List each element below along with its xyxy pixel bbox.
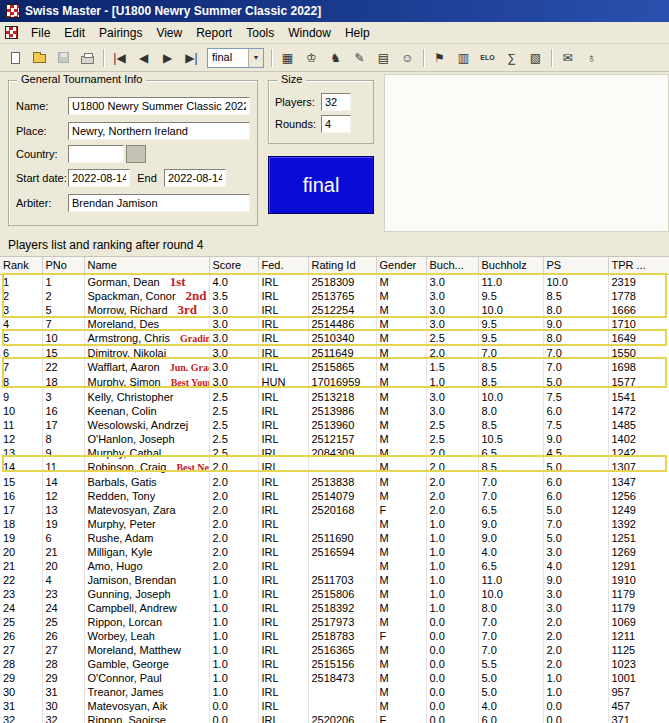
table-row[interactable]: 2929O'Connor, Paul1.0IRL2518473M0.05.01.… — [0, 671, 669, 685]
web-button[interactable]: ♁ — [580, 47, 603, 69]
column-header-score[interactable]: Score — [209, 257, 258, 274]
menu-item-view[interactable]: View — [149, 24, 189, 42]
table-row[interactable]: 1514Barbals, Gatis2.0IRL2513838M2.07.06.… — [0, 475, 669, 489]
table-row[interactable]: 128O'Hanlon, Joseph2.5IRL2512157M2.510.5… — [0, 432, 669, 446]
table-row[interactable]: 1819Murphy, Peter2.0IRLM1.09.07.01392 — [0, 517, 669, 531]
elo-button[interactable]: ELO — [476, 47, 499, 69]
column-header-rating_id[interactable]: Rating Id — [308, 257, 376, 274]
menu-item-help[interactable]: Help — [338, 24, 377, 42]
table-row[interactable]: 2727Moreland, Matthew1.0IRL2516365M0.07.… — [0, 643, 669, 657]
table-row[interactable]: 2323Gunning, Joseph1.0IRL2515806M1.010.0… — [0, 587, 669, 601]
players-list-button[interactable]: ▦ — [276, 47, 299, 69]
place-field[interactable] — [68, 122, 250, 140]
first-round-icon: |◀ — [113, 52, 125, 64]
cell-pno: 21 — [42, 545, 84, 559]
cell-buchholz: 6.5 — [478, 446, 543, 460]
print-button[interactable] — [76, 47, 99, 69]
table-row[interactable]: 2424Campbell, Andrew1.0IRL2518392M1.08.0… — [0, 601, 669, 615]
table-row[interactable]: 2525Rippon, Lorcan1.0IRL2517973M0.07.02.… — [0, 615, 669, 629]
column-header-name[interactable]: Name — [84, 257, 209, 274]
table-row[interactable]: 196Rushe, Adam2.0IRL2511690M1.09.05.0125… — [0, 531, 669, 545]
player-card-icon: ▥ — [458, 52, 469, 64]
cell-gender: F — [376, 503, 426, 517]
table-row[interactable]: 1016Keenan, Colin2.5IRL2513986M3.08.06.0… — [0, 404, 669, 418]
cell-fed: IRL — [258, 671, 308, 685]
table-row[interactable]: 93Kelly, Christopher2.5IRL2513218M3.010.… — [0, 390, 669, 404]
ranking-button[interactable]: ♔ — [300, 47, 323, 69]
table-row[interactable]: 510Armstrong, ChrisGrading3.0IRL2510340M… — [0, 331, 669, 346]
cell-gender: M — [376, 460, 426, 475]
table-row[interactable]: 615Dimitrov, Nikolai3.0IRL2511649M2.07.0… — [0, 346, 669, 360]
open-tournament-button[interactable] — [28, 47, 51, 69]
menu-item-file[interactable]: File — [24, 24, 57, 42]
pairings-button[interactable]: ♞ — [324, 47, 347, 69]
new-tournament-button[interactable] — [4, 47, 27, 69]
table-row[interactable]: 35Morrow, Richard3rd3.0IRL2512254M3.010.… — [0, 303, 669, 317]
player-name: Kelly, Christopher — [88, 391, 174, 403]
cell-fed: IRL — [258, 418, 308, 432]
arbiter-field[interactable] — [68, 194, 250, 212]
table-row[interactable]: 22Spackman, Conor2nd3.5IRL2513765M3.09.5… — [0, 289, 669, 303]
next-round-button[interactable]: ▶ — [156, 47, 179, 69]
last-round-button[interactable]: ▶| — [180, 47, 203, 69]
previous-round-button[interactable]: ◀ — [132, 47, 155, 69]
table-row[interactable]: 2626Worbey, Leah1.0IRL2518783F0.07.02.01… — [0, 629, 669, 643]
table-row[interactable]: 11Gorman, Dean1st4.0IRL2518309M3.011.010… — [0, 274, 669, 289]
mdi-child-icon[interactable] — [5, 26, 18, 39]
chevron-down-icon[interactable]: ▼ — [248, 49, 263, 67]
table-row[interactable]: 3130Matevosyan, Aik0.0IRLM0.04.00.0457 — [0, 699, 669, 713]
country-field[interactable] — [68, 145, 124, 163]
statistics-button[interactable]: ∑ — [500, 47, 523, 69]
cell-buch1: 2.5 — [426, 331, 478, 346]
results-entry-button[interactable]: ✎ — [348, 47, 371, 69]
name-field[interactable] — [68, 97, 250, 115]
cell-ps: 7.5 — [543, 390, 608, 404]
first-round-button[interactable]: |◀ — [108, 47, 131, 69]
table-row[interactable]: 224Jamison, Brendan1.0IRL2511703M1.011.0… — [0, 573, 669, 587]
table-row[interactable]: 3232Rippon, Saoirse0.0IRL2520206F0.06.00… — [0, 713, 669, 723]
report-button[interactable]: ▧ — [524, 47, 547, 69]
table-row[interactable]: 2021Milligan, Kyle2.0IRL2516594M1.04.03.… — [0, 545, 669, 559]
cell-score: 3.0 — [209, 331, 258, 346]
start-date-field[interactable] — [68, 169, 130, 187]
table-row[interactable]: 2120Amo, Hugo2.0IRLM1.06.54.01291 — [0, 559, 669, 573]
column-header-buch1[interactable]: Buch... — [426, 257, 478, 274]
mdi-client-area — [384, 74, 669, 232]
player-card-button[interactable]: ▥ — [452, 47, 475, 69]
column-header-rank[interactable]: Rank — [0, 257, 42, 274]
table-row[interactable]: 818Murphy, SimonBest Young3.0HUN17016959… — [0, 375, 669, 390]
cell-rating_id: 2511690 — [308, 531, 376, 545]
export-button[interactable]: ✉ — [556, 47, 579, 69]
column-header-gender[interactable]: Gender — [376, 257, 426, 274]
table-row[interactable]: 1612Redden, Tony2.0IRL2514079M2.07.06.01… — [0, 489, 669, 503]
menu-item-window[interactable]: Window — [281, 24, 338, 42]
column-header-fed[interactable]: Fed. — [258, 257, 308, 274]
cell-tpr: 1307 — [608, 460, 669, 475]
flag-button[interactable]: ⚑ — [428, 47, 451, 69]
rounds-count-field[interactable] — [321, 115, 351, 133]
column-header-buchholz[interactable]: Buchholz — [478, 257, 543, 274]
crosstable-button[interactable]: ▤ — [372, 47, 395, 69]
table-row[interactable]: 139Murphy, Cathal2.5IRL2084309M2.06.54.5… — [0, 446, 669, 460]
column-header-tpr[interactable]: TPR ... — [608, 257, 669, 274]
table-row[interactable]: 3031Treanor, James1.0IRLM0.05.01.0957 — [0, 685, 669, 699]
menu-item-report[interactable]: Report — [189, 24, 239, 42]
end-date-field[interactable] — [164, 169, 226, 187]
table-row[interactable]: 722Wafflart, AaronJun. Grad.3.0IRL251586… — [0, 360, 669, 375]
cell-ps: 3.0 — [543, 545, 608, 559]
menu-item-pairings[interactable]: Pairings — [92, 24, 149, 42]
table-row[interactable]: 1117Wesolowski, Andrzej2.5IRL2513960M2.5… — [0, 418, 669, 432]
cell-name: Milligan, Kyle — [84, 545, 209, 559]
team-button[interactable]: ☺ — [396, 47, 419, 69]
table-row[interactable]: 2828Gamble, George1.0IRL2515156M0.05.52.… — [0, 657, 669, 671]
column-header-ps[interactable]: PS — [543, 257, 608, 274]
menu-item-tools[interactable]: Tools — [239, 24, 281, 42]
menu-item-edit[interactable]: Edit — [57, 24, 92, 42]
table-row[interactable]: 1713Matevosyan, Zara2.0IRL2520168F2.06.5… — [0, 503, 669, 517]
table-row[interactable]: 1411Robinson, CraigBest New.2.0IRLM2.08.… — [0, 460, 669, 475]
column-header-pno[interactable]: PNo — [42, 257, 84, 274]
players-count-field[interactable] — [321, 93, 351, 111]
table-row[interactable]: 47Moreland, Des3.0IRL2514486M3.09.59.017… — [0, 317, 669, 331]
country-picker-button[interactable] — [126, 145, 146, 163]
round-selector[interactable]: final▼ — [207, 48, 264, 68]
